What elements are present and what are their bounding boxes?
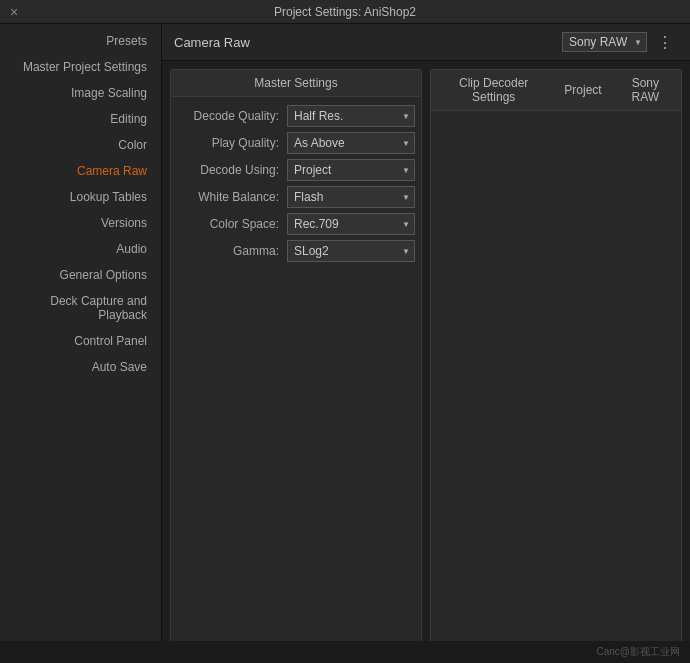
setting-row-color-space: Color Space:Rec.709 <box>177 213 415 235</box>
bottom-bar: Canc@影视工业网 <box>0 641 690 663</box>
camera-raw-controls: Sony RAW ⋮ <box>562 32 678 52</box>
sidebar-item-versions[interactable]: Versions <box>0 210 161 236</box>
setting-select-decode-quality[interactable]: Half Res. <box>287 105 415 127</box>
title-bar: × Project Settings: AniShop2 <box>0 0 690 24</box>
setting-select-wrapper-decode-quality[interactable]: Half Res. <box>287 105 415 127</box>
window-title: Project Settings: AniShop2 <box>274 5 416 19</box>
sidebar-item-control-panel[interactable]: Control Panel <box>0 328 161 354</box>
clip-decoder-header-title: Clip Decoder Settings <box>431 70 556 111</box>
camera-raw-header: Camera Raw Sony RAW ⋮ <box>162 24 690 61</box>
sidebar-item-lookup-tables[interactable]: Lookup Tables <box>0 184 161 210</box>
panels: Master Settings Decode Quality:Half Res.… <box>162 61 690 663</box>
sidebar: PresetsMaster Project SettingsImage Scal… <box>0 24 162 663</box>
camera-raw-title: Camera Raw <box>174 35 250 50</box>
sidebar-item-general-options[interactable]: General Options <box>0 262 161 288</box>
setting-select-gamma[interactable]: SLog2 <box>287 240 415 262</box>
content-area: Camera Raw Sony RAW ⋮ Master Settings D <box>162 24 690 663</box>
setting-label-decode-quality: Decode Quality: <box>177 109 287 123</box>
setting-row-play-quality: Play Quality:As Above <box>177 132 415 154</box>
clip-decoder-panel: Clip Decoder Settings Project Sony RAW <box>430 69 682 655</box>
setting-select-wrapper-color-space[interactable]: Rec.709 <box>287 213 415 235</box>
sidebar-item-image-scaling[interactable]: Image Scaling <box>0 80 161 106</box>
setting-row-decode-using: Decode Using:Project <box>177 159 415 181</box>
setting-select-play-quality[interactable]: As Above <box>287 132 415 154</box>
sidebar-item-color[interactable]: Color <box>0 132 161 158</box>
sidebar-item-presets[interactable]: Presets <box>0 28 161 54</box>
setting-select-white-balance[interactable]: Flash <box>287 186 415 208</box>
setting-select-color-space[interactable]: Rec.709 <box>287 213 415 235</box>
master-settings-panel: Master Settings Decode Quality:Half Res.… <box>170 69 422 655</box>
setting-select-wrapper-white-balance[interactable]: Flash <box>287 186 415 208</box>
clip-decoder-header-row: Clip Decoder Settings Project Sony RAW <box>431 70 681 111</box>
sidebar-item-deck-capture-playback[interactable]: Deck Capture and Playback <box>0 288 161 328</box>
sidebar-item-auto-save[interactable]: Auto Save <box>0 354 161 380</box>
clip-col-project: Project <box>556 70 609 111</box>
setting-select-wrapper-gamma[interactable]: SLog2 <box>287 240 415 262</box>
setting-select-wrapper-decode-using[interactable]: Project <box>287 159 415 181</box>
sidebar-item-editing[interactable]: Editing <box>0 106 161 132</box>
setting-label-white-balance: White Balance: <box>177 190 287 204</box>
sony-raw-select-wrapper[interactable]: Sony RAW <box>562 32 647 52</box>
sidebar-item-audio[interactable]: Audio <box>0 236 161 262</box>
sidebar-item-camera-raw[interactable]: Camera Raw <box>0 158 161 184</box>
setting-row-white-balance: White Balance:Flash <box>177 186 415 208</box>
bottom-bar-text: Canc@影视工业网 <box>597 646 681 657</box>
setting-label-decode-using: Decode Using: <box>177 163 287 177</box>
setting-select-wrapper-play-quality[interactable]: As Above <box>287 132 415 154</box>
master-settings-body: Decode Quality:Half Res.Play Quality:As … <box>171 97 421 275</box>
setting-label-color-space: Color Space: <box>177 217 287 231</box>
setting-row-decode-quality: Decode Quality:Half Res. <box>177 105 415 127</box>
setting-select-decode-using[interactable]: Project <box>287 159 415 181</box>
clip-col-sonyraw: Sony RAW <box>610 70 681 111</box>
close-button[interactable]: × <box>10 4 18 20</box>
setting-label-gamma: Gamma: <box>177 244 287 258</box>
sidebar-item-master-project-settings[interactable]: Master Project Settings <box>0 54 161 80</box>
setting-row-gamma: Gamma:SLog2 <box>177 240 415 262</box>
sony-raw-select[interactable]: Sony RAW <box>562 32 647 52</box>
more-button[interactable]: ⋮ <box>653 33 678 52</box>
master-settings-header: Master Settings <box>171 70 421 97</box>
main-layout: PresetsMaster Project SettingsImage Scal… <box>0 24 690 663</box>
clip-decoder-table: Clip Decoder Settings Project Sony RAW <box>431 70 681 111</box>
setting-label-play-quality: Play Quality: <box>177 136 287 150</box>
